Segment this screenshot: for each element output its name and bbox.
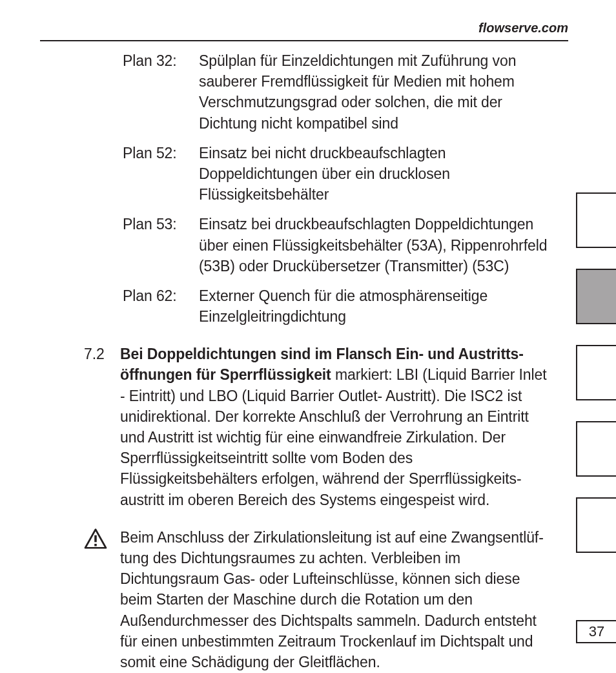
page-number: 37 <box>576 620 616 643</box>
side-tab-2-active[interactable] <box>576 269 616 324</box>
plan-row-52: Plan 52: Einsatz bei nicht druckbeaufsch… <box>84 143 549 205</box>
svg-rect-0 <box>94 535 97 542</box>
plan-label: Plan 53: <box>84 214 194 276</box>
plan-label: Plan 62: <box>84 285 194 327</box>
plan-label: Plan 52: <box>84 143 194 205</box>
section-7-2: 7.2 Bei Doppeldichtungen sind im Flansch… <box>84 344 549 510</box>
svg-rect-1 <box>94 544 97 546</box>
section-rest: markiert: LBI (Liquid Barrier Inlet - Ei… <box>120 366 547 508</box>
plan-row-53: Plan 53: Einsatz bei druckbeaufschlagten… <box>84 214 549 276</box>
section-number: 7.2 <box>84 344 120 510</box>
plan-text: Einsatz bei nicht druckbeaufschlagten Do… <box>194 143 549 205</box>
header-site: flowserve.com <box>478 21 568 36</box>
plan-row-62: Plan 62: Externer Quench für die atmosph… <box>84 285 549 327</box>
warning-icon <box>84 527 120 554</box>
plan-text: Einsatz bei druckbeaufschlagten Doppeldi… <box>194 214 549 276</box>
side-tab-1[interactable] <box>576 192 616 248</box>
plan-label: Plan 32: <box>84 50 194 134</box>
section-text: Bei Doppeldichtungen sind im Flansch Ein… <box>120 344 549 510</box>
header-rule <box>40 40 568 41</box>
side-tab-5[interactable] <box>576 497 616 553</box>
warning-block: Beim Anschluss der Zirkulationsleitung i… <box>84 527 549 672</box>
side-tabs <box>576 192 616 574</box>
plan-text: Externer Quench für die atmosphärenseiti… <box>194 285 549 327</box>
plan-text: Spülplan für Einzeldichtungen mit Zuführ… <box>194 50 549 134</box>
warning-text: Beim Anschluss der Zirkulationsleitung i… <box>120 527 549 672</box>
side-tab-4[interactable] <box>576 421 616 477</box>
plan-row-32: Plan 32: Spülplan für Einzeldichtungen m… <box>84 50 549 134</box>
side-tab-3[interactable] <box>576 345 616 400</box>
body-content: Plan 32: Spülplan für Einzeldichtungen m… <box>84 50 549 673</box>
